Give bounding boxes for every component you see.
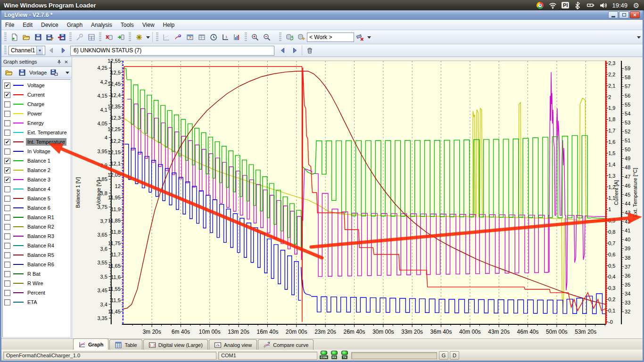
- panel-close-icon[interactable]: ✕: [63, 58, 70, 66]
- template-dropdown-button[interactable]: [64, 67, 70, 78]
- series-checkbox[interactable]: [4, 224, 10, 230]
- save-file-button[interactable]: [32, 32, 44, 43]
- channel-combo[interactable]: Channel1▼: [8, 46, 45, 55]
- series-toggle-balance-r4[interactable]: Balance R4: [3, 241, 70, 250]
- work-add-button[interactable]: [295, 32, 307, 43]
- zoom-out-button[interactable]: [261, 32, 272, 43]
- save-file-as-button[interactable]: [44, 32, 56, 43]
- dropdown-caret-button[interactable]: [145, 32, 151, 43]
- chart-tools-button[interactable]: [160, 32, 172, 43]
- dataset-previous-button[interactable]: [45, 45, 57, 56]
- chrome-icon[interactable]: [536, 1, 544, 9]
- menu-tools[interactable]: Tools: [121, 22, 134, 28]
- menu-device[interactable]: Device: [41, 22, 58, 28]
- record-previous-button[interactable]: [277, 45, 289, 56]
- series-checkbox[interactable]: ✔: [4, 167, 10, 173]
- menu-edit[interactable]: Edit: [23, 22, 33, 28]
- series-toggle-balance-4[interactable]: Balance 4: [3, 184, 70, 194]
- series-toggle-r-wire[interactable]: R Wire: [3, 279, 70, 288]
- series-toggle-eta[interactable]: ETA: [3, 297, 70, 307]
- work-combo[interactable]: < Work >: [307, 33, 354, 42]
- series-checkbox[interactable]: [4, 148, 10, 155]
- series-toggle-balance-r6[interactable]: Balance R6: [3, 260, 70, 269]
- tab-graph[interactable]: Graph: [73, 338, 108, 350]
- work-delete-button[interactable]: [354, 32, 366, 43]
- series-checkbox[interactable]: [4, 262, 10, 268]
- series-toggle-in-voltage[interactable]: In Voltage: [3, 147, 70, 156]
- save-template-as-button[interactable]: [48, 67, 60, 78]
- series-toggle-balance-1[interactable]: ✔Balance 1: [3, 156, 70, 165]
- series-checkbox[interactable]: [4, 252, 10, 258]
- histogram-button[interactable]: [231, 32, 243, 43]
- open-template-button[interactable]: [3, 67, 15, 78]
- series-checkbox[interactable]: [4, 214, 10, 221]
- view-options-button[interactable]: [85, 32, 97, 43]
- series-checkbox[interactable]: ✔: [4, 92, 10, 98]
- series-toggle-r-bat[interactable]: R Bat: [3, 269, 70, 279]
- delete-record-button[interactable]: [304, 45, 315, 56]
- series-toggle-balance-r2[interactable]: Balance R2: [3, 222, 70, 231]
- wifi-icon[interactable]: [549, 1, 557, 9]
- new-file-button[interactable]: [8, 32, 20, 43]
- menu-analysis[interactable]: Analysis: [91, 22, 112, 28]
- work-refresh-button[interactable]: [283, 32, 295, 43]
- maximize-button[interactable]: [619, 11, 629, 18]
- series-checkbox[interactable]: [4, 130, 10, 136]
- series-checkbox[interactable]: [4, 299, 10, 305]
- dataset-next-button[interactable]: [57, 45, 69, 56]
- bluetooth-icon[interactable]: [574, 1, 582, 9]
- settings-wrench-button[interactable]: [74, 32, 85, 43]
- toolbar-overflow-button[interactable]: [636, 32, 642, 43]
- open-file-button[interactable]: [20, 32, 32, 43]
- series-toggle-energy[interactable]: Energy: [3, 118, 70, 128]
- series-toggle-power[interactable]: Power: [3, 109, 70, 118]
- read-device-button[interactable]: [115, 32, 127, 43]
- series-checkbox[interactable]: [4, 186, 10, 192]
- curve-pin-button[interactable]: [172, 32, 184, 43]
- tab-analog-view[interactable]: Analog view: [209, 339, 257, 350]
- series-toggle-balance-3[interactable]: ✔Balance 3: [3, 175, 70, 184]
- tab-compare-curve[interactable]: Compare curve: [258, 339, 314, 350]
- session-gear-icon[interactable]: ⚙: [632, 1, 640, 9]
- menu-help[interactable]: Help: [163, 22, 175, 28]
- keyboard-layout-indicator[interactable]: Pl: [561, 2, 569, 8]
- tab-digital-view-large-[interactable]: 1.2Digital view (Large): [143, 339, 208, 350]
- chart-plot[interactable]: 4,254,24,154,14,0543,953,93,853,83,753,7…: [72, 57, 643, 338]
- series-toggle-balance-5[interactable]: Balance 5: [3, 194, 70, 203]
- series-toggle-voltage[interactable]: ✔Voltage: [3, 81, 70, 90]
- series-toggle-int-temperature[interactable]: ✔Int. Temperature: [3, 137, 70, 147]
- series-toggle-balance-r3[interactable]: Balance R3: [3, 231, 70, 241]
- record-next-button[interactable]: [289, 45, 300, 56]
- chevron-down-icon[interactable]: ▼: [36, 46, 43, 55]
- tab-table[interactable]: Table: [109, 339, 142, 350]
- series-toggle-balance-6[interactable]: Balance 6: [3, 203, 70, 213]
- battery-icon[interactable]: [586, 1, 594, 9]
- series-checkbox[interactable]: ✔: [4, 139, 10, 145]
- series-checkbox[interactable]: ✔: [4, 177, 10, 183]
- series-toggle-balance-r5[interactable]: Balance R5: [3, 250, 70, 260]
- series-toggle-percent[interactable]: Percent: [3, 288, 70, 297]
- close-button[interactable]: ✕: [630, 11, 640, 18]
- time-ruler-button[interactable]: [207, 32, 219, 43]
- series-checkbox[interactable]: [4, 196, 10, 202]
- minimize-button[interactable]: [608, 11, 618, 18]
- volume-icon[interactable]: [599, 1, 607, 9]
- window-expand-button[interactable]: [184, 32, 196, 43]
- statusbar-button-d[interactable]: D: [450, 351, 459, 360]
- series-toggle-ext-temperature[interactable]: Ext. Temperature: [3, 128, 70, 137]
- statusbar-button-g[interactable]: G: [439, 351, 448, 360]
- plot-background[interactable]: [123, 61, 606, 324]
- menu-graph[interactable]: Graph: [67, 22, 83, 28]
- series-toggle-balance-r1[interactable]: Balance R1: [3, 213, 70, 222]
- series-checkbox[interactable]: [4, 233, 10, 239]
- series-checkbox[interactable]: [4, 271, 10, 277]
- series-checkbox[interactable]: [4, 243, 10, 249]
- series-checkbox[interactable]: [4, 205, 10, 211]
- series-checkbox[interactable]: [4, 101, 10, 107]
- menu-file[interactable]: File: [5, 22, 14, 28]
- pin-icon[interactable]: [56, 58, 63, 66]
- series-checkbox[interactable]: [4, 120, 10, 126]
- series-checkbox[interactable]: ✔: [4, 158, 10, 164]
- menu-view[interactable]: View: [142, 22, 155, 28]
- series-checkbox[interactable]: ✔: [4, 82, 10, 89]
